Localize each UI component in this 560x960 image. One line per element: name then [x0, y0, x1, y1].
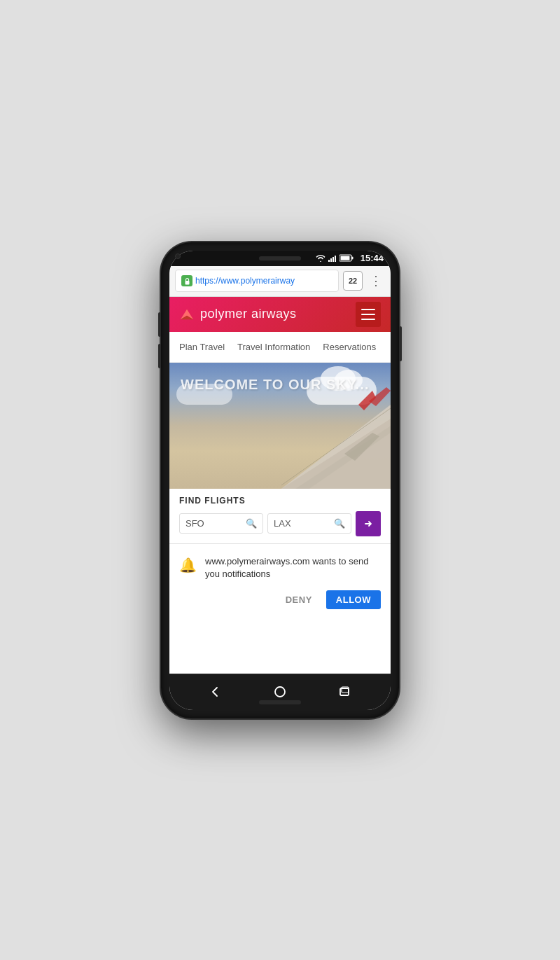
deny-button[interactable]: DENY: [279, 590, 319, 609]
arrow-right-icon: [364, 520, 372, 528]
website-content: polymer airways Plan Travel Travel Infor…: [169, 297, 391, 674]
power-button[interactable]: [399, 326, 402, 361]
airline-name: polymer airways: [200, 307, 297, 321]
speaker-bottom: [259, 700, 301, 704]
notification-dialog: 🔔 www.polymerairways.com wants to send y…: [169, 543, 391, 619]
svg-rect-0: [328, 260, 330, 262]
notification-bell-icon: 🔔: [179, 557, 197, 573]
notification-actions: DENY ALLOW: [179, 590, 381, 609]
status-time: 15:44: [360, 253, 384, 263]
notification-message: www.polymerairways.com wants to send you…: [205, 555, 381, 580]
airline-header: polymer airways: [169, 297, 391, 332]
airline-brand: polymer airways: [179, 307, 297, 322]
from-search-icon: 🔍: [246, 518, 257, 529]
hamburger-line-3: [361, 319, 375, 320]
svg-rect-7: [185, 281, 189, 285]
android-bottom-nav: [169, 674, 391, 710]
site-nav: Plan Travel Travel Information Reservati…: [169, 332, 391, 363]
to-search-icon: 🔍: [334, 518, 345, 529]
find-flights-section: FIND FLIGHTS 🔍 🔍: [169, 489, 391, 543]
recents-button[interactable]: [337, 685, 351, 699]
hamburger-menu-button[interactable]: [356, 302, 381, 327]
to-input-wrapper[interactable]: 🔍: [267, 513, 351, 534]
volume-down-button[interactable]: [158, 344, 161, 368]
volume-up-button[interactable]: [158, 312, 161, 337]
notification-content: 🔔 www.polymerairways.com wants to send y…: [179, 555, 381, 580]
from-input-wrapper[interactable]: 🔍: [179, 513, 263, 534]
hamburger-line-2: [361, 314, 375, 315]
svg-rect-1: [330, 258, 332, 262]
back-button[interactable]: [209, 685, 223, 699]
home-button[interactable]: [273, 685, 287, 699]
svg-point-10: [275, 687, 285, 697]
to-input[interactable]: [274, 518, 330, 529]
tab-count-badge[interactable]: 22: [343, 271, 363, 291]
status-icons: [316, 254, 354, 262]
signal-icon: [328, 255, 337, 262]
nav-item-reservations[interactable]: Reservations: [323, 333, 376, 361]
find-flights-label: FIND FLIGHTS: [179, 496, 381, 506]
phone-device: 15:44 https://www.polymerairway 22 ⋮: [161, 242, 399, 718]
url-text: https://www.polymerairway: [195, 276, 295, 286]
svg-rect-3: [335, 256, 336, 262]
speaker-top: [259, 256, 301, 260]
airline-logo-icon: [179, 307, 195, 322]
browser-bar: https://www.polymerairway 22 ⋮: [169, 266, 391, 297]
lock-icon: [181, 275, 192, 286]
allow-button[interactable]: ALLOW: [326, 590, 381, 609]
hero-section: WELCOME TO OUR SKY...: [169, 363, 391, 489]
svg-rect-2: [332, 257, 334, 262]
hero-headline: WELCOME TO OUR SKY...: [181, 377, 370, 393]
phone-screen: 15:44 https://www.polymerairway 22 ⋮: [169, 251, 391, 710]
flight-search-row: 🔍 🔍: [179, 511, 381, 536]
hamburger-line-1: [361, 309, 375, 310]
wifi-icon: [316, 255, 326, 262]
svg-rect-6: [340, 256, 349, 260]
nav-item-travel-information[interactable]: Travel Information: [237, 333, 310, 361]
search-flights-button[interactable]: [356, 511, 381, 536]
browser-menu-button[interactable]: ⋮: [367, 273, 385, 288]
url-bar[interactable]: https://www.polymerairway: [175, 270, 339, 292]
battery-icon: [340, 254, 354, 262]
from-input[interactable]: [186, 518, 241, 529]
camera: [175, 253, 181, 259]
svg-rect-5: [351, 257, 353, 260]
nav-item-plan-travel[interactable]: Plan Travel: [179, 333, 225, 361]
